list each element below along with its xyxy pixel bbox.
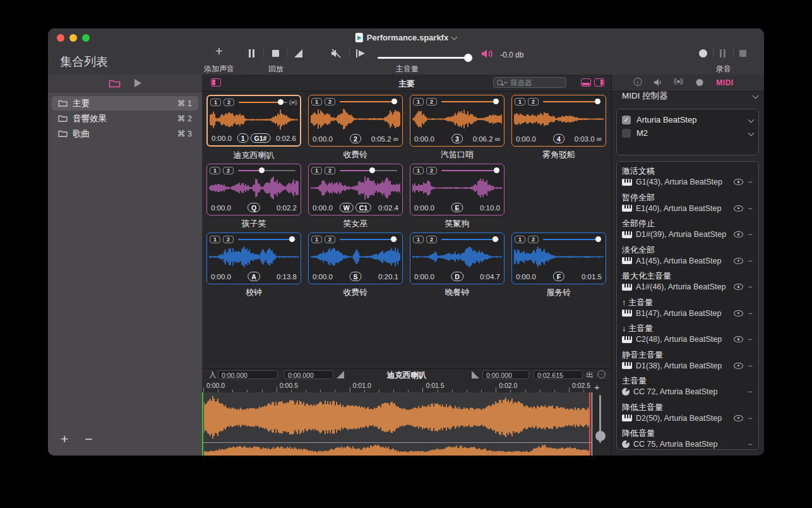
tile-volume-slider[interactable] (239, 98, 287, 106)
device-checkbox[interactable]: ✓ (622, 116, 631, 124)
record-button[interactable] (699, 49, 707, 57)
sound-tile-收费铃[interactable]: 12 0:00.0 S 0:20.1 收费铃 (308, 233, 403, 284)
midi-mapping-row-6[interactable]: ↓ 主音量 C2(48), Arturia BeatStep − (617, 321, 758, 348)
slider-thumb[interactable] (464, 54, 472, 62)
remove-mapping-button[interactable]: − (747, 204, 753, 213)
tile-volume-slider[interactable] (543, 235, 600, 243)
tile-volume-slider[interactable] (340, 97, 397, 106)
midi-mapping-row-9[interactable]: 降低主音量 D2(50), Arturia BeatStep − (617, 400, 758, 426)
editor-waveform-area[interactable] (202, 392, 592, 456)
midi-device-row-0[interactable]: ✓ Arturia BeatStep (617, 113, 758, 126)
out-point-field[interactable]: 0:02.615 (534, 370, 583, 379)
midi-mapping-row-2[interactable]: 全部停止 D1#(39), Arturia BeatStep − (617, 216, 758, 243)
output-chip-1[interactable]: 1 (311, 167, 322, 174)
sound-tile-雾角驳船[interactable]: 12 0:00.0 4 0:03.0 ∞ 雾角驳船 (511, 95, 606, 147)
eye-icon[interactable] (734, 231, 743, 238)
midi-mapping-row-3[interactable]: 淡化全部 A1(45), Arturia BeatStep − (617, 243, 758, 269)
output-chip-2[interactable]: 2 (325, 98, 335, 106)
remove-mapping-button[interactable]: − (747, 282, 753, 291)
editor-zoom-thumb[interactable] (595, 431, 606, 441)
sound-tile-迪克西喇叭[interactable]: 12 ((●)) 0:00.0 1G1# 0:02.6 迪克西喇叭 (206, 95, 301, 147)
editor-zoom-in-button[interactable]: + (594, 382, 600, 392)
eye-icon[interactable] (734, 363, 743, 369)
eye-icon[interactable] (734, 310, 743, 317)
output-chip-2[interactable]: 2 (426, 98, 437, 106)
midi-mapping-row-0[interactable]: 激活文稿 G1(43), Arturia BeatStep − (617, 164, 758, 190)
output-chip-2[interactable]: 2 (223, 167, 234, 174)
speaker-icon[interactable] (481, 49, 494, 59)
remove-mapping-button[interactable]: − (747, 309, 753, 318)
add-sound-button[interactable]: + (215, 45, 223, 57)
midi-device-row-1[interactable]: M2 (617, 126, 758, 140)
output-chip-2[interactable]: 2 (528, 236, 539, 243)
preview-play-icon[interactable] (355, 49, 366, 58)
sound-tile-服务铃[interactable]: 12 0:00.0 F 0:01.5 服务铃 (511, 233, 606, 284)
folder-tab-icon[interactable] (109, 79, 121, 88)
sidebar-item-1[interactable]: 音響效果 ⌘ 2 (52, 111, 198, 126)
in-point-field[interactable]: 0:00.000 (218, 370, 278, 379)
toggle-sidebar-icon[interactable] (211, 78, 221, 87)
filter-field[interactable] (493, 77, 566, 88)
output-chip-2[interactable]: 2 (224, 99, 234, 106)
output-chip-1[interactable]: 1 (413, 167, 424, 174)
time-ruler[interactable]: 0:00.00:00.50:01.00:01.50:02.00:02.5 (202, 380, 592, 393)
tile-volume-slider[interactable] (441, 166, 499, 174)
eye-icon[interactable] (734, 284, 743, 290)
tile-volume-slider[interactable] (340, 235, 397, 243)
output-chip-1[interactable]: 1 (413, 236, 424, 243)
out-point-marker[interactable] (589, 392, 590, 456)
tile-volume-slider[interactable] (441, 235, 499, 243)
document-title[interactable]: Performance.sparkfx (355, 33, 457, 42)
output-chip-2[interactable]: 2 (325, 167, 335, 174)
tab-record-icon[interactable] (696, 79, 703, 86)
sound-tile-汽笛口哨[interactable]: 12 0:00.0 3 0:06.2 ∞ 汽笛口哨 (410, 95, 505, 147)
output-chip-2[interactable]: 2 (223, 236, 234, 243)
tile-volume-slider[interactable] (238, 166, 296, 174)
sound-tile-笑女巫[interactable]: 12 0:00.0 WC1 0:02.4 笑女巫 (308, 164, 403, 215)
eye-icon[interactable] (734, 415, 743, 421)
record-stop-button[interactable] (739, 50, 746, 57)
eye-icon[interactable] (734, 336, 743, 342)
output-chip-1[interactable]: 1 (210, 167, 220, 174)
output-chip-1[interactable]: 1 (413, 98, 424, 106)
remove-mapping-button[interactable]: − (747, 335, 753, 344)
chevron-down-icon[interactable] (748, 117, 755, 123)
tab-volume-icon[interactable] (654, 78, 662, 87)
midi-mapping-row-1[interactable]: 暂停全部 E1(40), Arturia BeatStep − (617, 190, 758, 217)
output-chip-1[interactable]: 1 (210, 99, 221, 106)
remove-mapping-button[interactable]: − (747, 440, 753, 449)
fade-out-button[interactable] (294, 49, 302, 57)
close-window-button[interactable] (57, 34, 64, 42)
output-chip-1[interactable]: 1 (311, 98, 322, 106)
remove-mapping-button[interactable]: − (747, 361, 753, 370)
tile-volume-slider[interactable] (238, 235, 296, 243)
tab-info-icon[interactable]: i (634, 78, 642, 86)
output-chip-2[interactable]: 2 (325, 236, 335, 243)
add-collection-button[interactable]: + (61, 432, 68, 447)
toggle-right-panel-icon[interactable] (594, 78, 604, 87)
toggle-editor-panel-icon[interactable] (581, 78, 591, 87)
output-chip-1[interactable]: 1 (210, 236, 220, 243)
output-chip-1[interactable]: 1 (311, 236, 322, 243)
remove-mapping-button[interactable]: − (747, 387, 753, 396)
remove-mapping-button[interactable]: − (747, 230, 753, 239)
editor-options-button[interactable]: ··· (597, 370, 606, 378)
midi-mapping-row-10[interactable]: 降低音量 CC 75, Arturia BeatStep − (617, 426, 758, 450)
play-tab-icon[interactable] (134, 79, 141, 87)
sound-tile-收费铃[interactable]: 12 0:00.0 2 0:05.2 ∞ 收费铃 (308, 95, 403, 147)
remove-mapping-button[interactable]: − (747, 414, 753, 423)
zoom-window-button[interactable] (82, 34, 90, 42)
minimize-window-button[interactable] (69, 34, 77, 42)
midi-mapping-row-4[interactable]: 最大化主音量 A1#(46), Arturia BeatStep − (617, 269, 758, 295)
in-point-marker[interactable] (202, 392, 203, 456)
midi-mapping-row-5[interactable]: ↑ 主音量 B1(47), Arturia BeatStep − (617, 295, 758, 322)
fade-in-field[interactable]: 0:00.000 (284, 370, 333, 379)
fade-out-icon[interactable] (472, 371, 479, 378)
device-checkbox[interactable] (622, 129, 631, 138)
eye-icon[interactable] (734, 258, 743, 264)
tile-volume-slider[interactable] (441, 97, 499, 106)
output-chip-2[interactable]: 2 (426, 167, 437, 174)
sidebar-item-0[interactable]: 主要 ⌘ 1 (52, 96, 198, 111)
eye-icon[interactable] (734, 205, 743, 212)
chevron-down-icon[interactable] (748, 130, 755, 136)
